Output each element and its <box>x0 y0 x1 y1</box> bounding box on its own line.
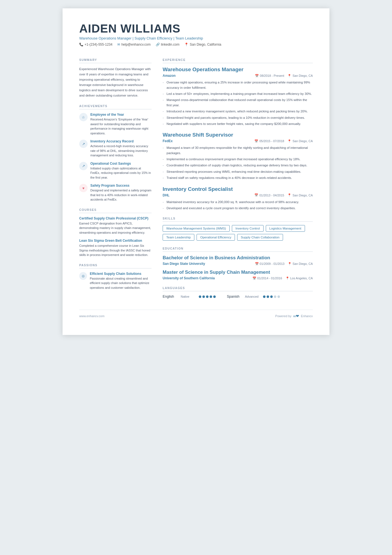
skill-2: Inventory Control <box>232 225 264 232</box>
resume-container: AIDEN WILLIAMS Warehouse Operations Mana… <box>63 8 329 335</box>
location-item: 📍 San Diego, California <box>184 43 221 46</box>
footer-brand: Powered by ∞❤ Enhancv <box>275 314 313 318</box>
edu-date-loc-2: 📅 01/2014 - 01/2016 📍 Los Angeles, CA <box>252 277 313 280</box>
footer: www.enhancv.com Powered by ∞❤ Enhancv <box>79 310 313 318</box>
dot-en-4 <box>210 295 212 298</box>
footer-url: www.enhancv.com <box>79 314 105 318</box>
job-meta-2: FedEx 📅 05/2015 - 07/2018 📍 San Diego, C… <box>163 139 313 143</box>
edu-degree-1: Bachelor of Science in Business Administ… <box>163 255 313 261</box>
languages-row: English Native Spanish Advanced <box>163 295 313 299</box>
email-text: help@enhancv.com <box>121 43 150 46</box>
edu-date-loc-1: 📅 01/2009 - 01/2013 📍 San Diego, CA <box>255 262 313 266</box>
edu-degree-2: Master of Science in Supply Chain Manage… <box>163 270 313 275</box>
skill-5: Operational Efficiency <box>197 234 235 241</box>
location-text: San Diego, California <box>190 43 221 46</box>
education-label: EDUCATION <box>163 247 313 252</box>
job-company-3: DHL <box>163 193 170 197</box>
job-date-loc-3: 📅 01/2013 - 04/2015 📍 San Diego, CA <box>254 193 313 197</box>
edu-school-2: University of Southern California <box>163 276 215 280</box>
job-date-icon-3: 📅 01/2013 - 04/2015 <box>254 193 284 197</box>
job-meta-3: DHL 📅 01/2013 - 04/2015 📍 San Diego, CA <box>163 193 313 197</box>
bullet-2-3: Coordinated the optimization of supply c… <box>163 163 313 168</box>
bullet-1-1: Oversaw night operations, ensuring a 25%… <box>163 80 313 90</box>
lang-level-2: Advanced <box>245 295 260 298</box>
savings-icon: ↗ <box>79 162 88 170</box>
brand-name: Enhancv <box>301 314 313 318</box>
right-column: EXPERIENCE Warehouse Operations Manager … <box>163 52 313 299</box>
achievement-title-1: Employee of the Year <box>90 113 152 117</box>
candidate-title: Warehouse Operations Manager | Supply Ch… <box>79 36 313 40</box>
job-bullets-2: Managed a team of 30 employees responsib… <box>163 145 313 180</box>
email-item: ✉ help@enhancv.com <box>117 43 150 46</box>
courses-label: COURSES <box>79 208 152 213</box>
header-section: AIDEN WILLIAMS Warehouse Operations Mana… <box>79 22 313 46</box>
job-company-1: Amazon <box>163 74 176 78</box>
achievement-content-1: Employee of the Year Received Amazon's '… <box>90 113 152 135</box>
job-loc-icon-2: 📍 San Diego, CA <box>287 139 313 143</box>
skills-label: SKILLS <box>163 217 313 222</box>
summary-text: Experienced Warehouse Operations Manager… <box>79 66 152 98</box>
passion-title-1: Efficient Supply Chain Solutions <box>90 272 152 276</box>
bullet-1-2: Led a team of 50+ employees, implementin… <box>163 91 313 96</box>
job-title-2: Warehouse Shift Supervisor <box>163 132 313 138</box>
edu-meta-1: San Diego State University 📅 01/2009 - 0… <box>163 262 313 266</box>
language-item-1: English Native <box>163 295 216 299</box>
job-date-loc-2: 📅 05/2015 - 07/2018 📍 San Diego, CA <box>254 139 313 143</box>
left-column: SUMMARY Experienced Warehouse Operations… <box>79 52 152 299</box>
course-desc-1: Earned CSCP designation from APICS, demo… <box>79 221 152 235</box>
powered-by-text: Powered by <box>275 314 291 318</box>
bullet-3-2: Developed and executed a cycle count pro… <box>163 206 313 211</box>
job-title-1: Warehouse Operations Manager <box>163 66 313 73</box>
passion-item-1: ◎ Efficient Supply Chain Solutions Passi… <box>79 272 152 290</box>
candidate-name: AIDEN WILLIAMS <box>79 22 313 35</box>
bullet-1-4: Introduced a new inventory management sy… <box>163 109 313 114</box>
dot-en-1 <box>199 295 201 298</box>
skill-3: Logistics Management <box>266 225 305 232</box>
bullet-2-2: Implemented a continuous improvement pro… <box>163 157 313 162</box>
bullet-2-1: Managed a team of 30 employees responsib… <box>163 145 313 156</box>
passion-icon-1: ◎ <box>79 272 87 280</box>
lang-name-2: Spanish <box>227 295 242 299</box>
phone-item: 📞 +1-(234)-555-1234 <box>79 43 112 46</box>
heart-icon: ♥ <box>79 184 88 192</box>
achievement-item-3: ↗ Operational Cost Savings Initiated sup… <box>79 162 152 180</box>
achievement-content-3: Operational Cost Savings Initiated suppl… <box>90 162 152 180</box>
achievements-label: ACHIEVEMENTS <box>79 104 152 109</box>
achievement-item-2: ↗ Inventory Accuracy Record Achieved a r… <box>79 139 152 158</box>
lang-dots-1 <box>199 295 216 298</box>
linkedin-item: 🔗 linkedin.com <box>156 43 180 46</box>
edu-loc-icon-2: 📍 Los Angeles, CA <box>286 277 313 280</box>
bullet-1-6: Negotiated with suppliers to secure bett… <box>163 121 313 126</box>
dot-es-4 <box>274 295 276 298</box>
job-bullets-1: Oversaw night operations, ensuring a 25%… <box>163 80 313 126</box>
location-icon: 📍 <box>184 43 188 46</box>
course-desc-2: Completed a comprehensive course in Lean… <box>79 243 152 257</box>
achievement-title-3: Operational Cost Savings <box>90 162 152 166</box>
skill-4: Team Leadership <box>163 234 194 241</box>
achievement-desc-1: Received Amazon's 'Employee of the Year'… <box>90 117 152 135</box>
language-item-2: Spanish Advanced <box>227 295 280 299</box>
email-icon: ✉ <box>117 43 120 46</box>
job-loc-icon-1: 📍 San Diego, CA <box>287 74 313 78</box>
achievement-item-1: ☆ Employee of the Year Received Amazon's… <box>79 113 152 135</box>
lang-level-1: Native <box>181 295 196 298</box>
enhancv-logo-icon: ∞❤ <box>293 314 299 318</box>
star-icon: ☆ <box>79 113 88 121</box>
body-layout: SUMMARY Experienced Warehouse Operations… <box>79 52 313 299</box>
edu-school-1: San Diego State University <box>163 262 205 266</box>
dot-es-2 <box>267 295 269 298</box>
skill-6: Supply Chain Collaboration <box>237 234 283 241</box>
dot-en-2 <box>202 295 205 298</box>
lang-name-1: English <box>163 295 178 299</box>
bullet-2-5: Trained staff on safety regulations resu… <box>163 175 313 180</box>
course-title-1: Certified Supply Chain Professional (CSC… <box>79 216 152 220</box>
edu-loc-icon-1: 📍 San Diego, CA <box>288 262 313 266</box>
passion-desc-1: Passionate about creating streamlined an… <box>90 276 152 290</box>
achievement-desc-3: Initiated supply chain optimizations at … <box>90 166 152 180</box>
passions-label: PASSIONS <box>79 263 152 268</box>
job-bullets-3: Maintained inventory accuracy for a 200,… <box>163 199 313 211</box>
edu-meta-2: University of Southern California 📅 01/2… <box>163 276 313 280</box>
achievement-item-4: ♥ Safety Program Success Designed and im… <box>79 184 152 202</box>
job-meta-1: Amazon 📅 08/2018 - Present 📍 San Diego, … <box>163 74 313 78</box>
linkedin-text: linkedin.com <box>161 43 180 46</box>
